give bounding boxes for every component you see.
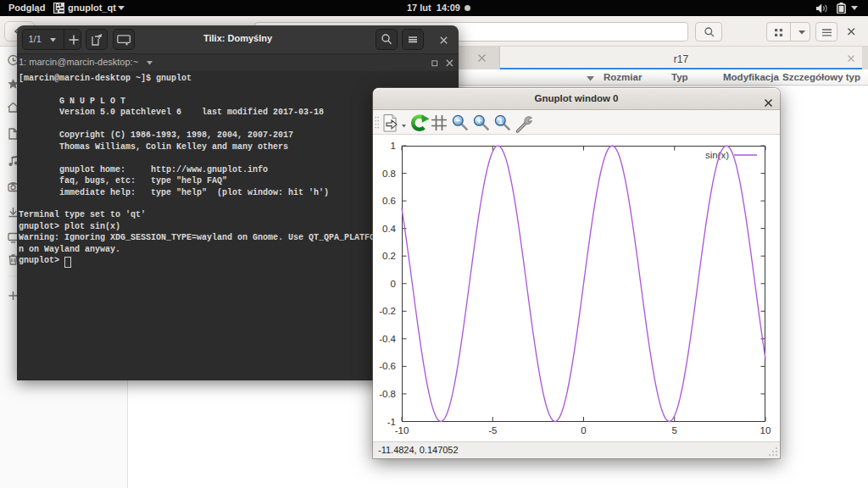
svg-text:-0.4: -0.4 — [379, 334, 396, 344]
svg-text:1: 1 — [391, 141, 396, 151]
svg-text:-0.2: -0.2 — [379, 306, 396, 316]
svg-text:0.8: 0.8 — [382, 169, 396, 179]
svg-text:10: 10 — [760, 425, 771, 435]
svg-text:-10: -10 — [395, 425, 409, 435]
svg-text:-5: -5 — [488, 425, 497, 435]
svg-text:0.6: 0.6 — [382, 196, 396, 206]
svg-text:sin(x): sin(x) — [705, 150, 729, 160]
svg-text:1: 1 — [498, 116, 504, 125]
svg-text:0.2: 0.2 — [382, 251, 396, 261]
svg-text:0.4: 0.4 — [382, 224, 397, 234]
svg-text:0: 0 — [391, 279, 396, 289]
svg-text:5: 5 — [672, 425, 677, 435]
svg-text:-0.6: -0.6 — [379, 361, 396, 371]
svg-text:-0.8: -0.8 — [379, 389, 396, 399]
svg-text:0: 0 — [581, 425, 586, 435]
